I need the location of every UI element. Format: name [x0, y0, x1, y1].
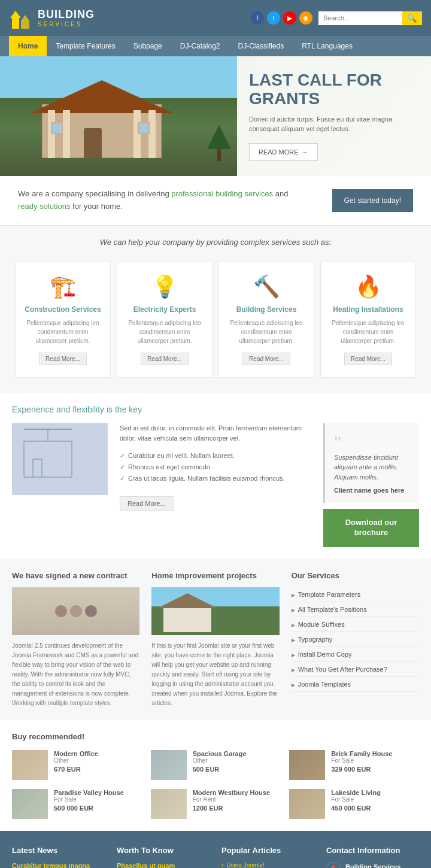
experience-content: Sed in est dolor, in commodo elit. Proin…	[12, 423, 419, 547]
nav-item-subpage[interactable]: Subpage	[125, 36, 171, 56]
social-icons: f t ▶ ◉	[251, 11, 312, 25]
our-service-item-5[interactable]: Install Demo Copy	[292, 647, 419, 662]
footer-sections: Latest News Curabitur tempus magna Nunc …	[0, 831, 431, 868]
our-services-title: Our Services	[292, 571, 419, 580]
buy-section: Buy recommended! Modern Office Other 670…	[0, 720, 431, 831]
rss-icon[interactable]: ◉	[299, 11, 312, 25]
property-card-1: Spacious Garage Other 500 EUR	[151, 750, 281, 780]
news-article-title-0[interactable]: Curabitur tempus magna	[12, 862, 105, 868]
our-services-list: Template Parameters All Template's Posit…	[292, 587, 419, 692]
twitter-icon[interactable]: t	[267, 11, 280, 25]
worth-article-title-0[interactable]: Phasellus ut quam	[117, 862, 210, 868]
header-right: f t ▶ ◉ 🔍	[251, 11, 422, 25]
contracts-image	[12, 587, 139, 635]
main-nav: Home Template Features Subpage DJ-Catalo…	[0, 36, 431, 56]
arrow-right-icon: →	[302, 148, 308, 156]
download-brochure-button[interactable]: Download our brochure	[323, 509, 419, 547]
logo-services: SERVICES	[38, 21, 95, 28]
property-category-1: Other	[193, 757, 247, 764]
logo-icon	[9, 6, 33, 30]
projects-title: Home improvement projects	[151, 571, 279, 580]
property-category-2: For Sale	[331, 757, 392, 764]
service-card-construction: 🏗️ Construction Services Pellentesque ad…	[15, 262, 111, 378]
our-service-item-4[interactable]: Typography	[292, 632, 419, 647]
our-service-item-7[interactable]: Joomla Templates	[292, 677, 419, 692]
nav-item-rtl[interactable]: RTL Languages	[293, 36, 362, 56]
experience-quote-col: " Suspendisse tincidunt aliquam ante a m…	[323, 423, 419, 547]
property-title-2[interactable]: Brick Family House	[331, 750, 392, 757]
property-title-5[interactable]: Lakeside Living	[331, 789, 381, 796]
service-desc-construction: Pellentesque adipiscing leo condimentum …	[25, 318, 101, 345]
intro-link-solutions[interactable]: ready solutions	[18, 202, 70, 211]
property-price-4: 1200 EUR	[193, 805, 270, 812]
footer-popular-articles: Popular Articles Using Joomla! Typograph…	[221, 846, 314, 868]
heating-icon: 🔥	[330, 274, 406, 299]
nav-item-dj-classifieds[interactable]: DJ-Classifieds	[229, 36, 293, 56]
service-desc-heating: Pellentesque adipiscing leo condimentum …	[330, 318, 406, 345]
experience-read-more-button[interactable]: Read More...	[120, 496, 174, 511]
property-title-1[interactable]: Spacious Garage	[193, 750, 247, 757]
our-service-item-6[interactable]: What You Get After Purchase?	[292, 662, 419, 677]
property-price-3: 500 000 EUR	[54, 805, 124, 812]
svg-rect-4	[12, 423, 108, 495]
latest-news-title: Latest News	[12, 846, 105, 855]
service-card-building: 🔨 Building Services Pellentesque adipisc…	[218, 262, 314, 378]
nav-item-dj-catalog[interactable]: DJ-Catalog2	[171, 36, 229, 56]
projects-col: Home improvement projects If this is you…	[151, 571, 279, 708]
property-title-3[interactable]: Paradise Valley House	[54, 789, 124, 796]
footer-worth-know: Worth To Know Phasellus ut quam Nunc vel…	[117, 846, 210, 868]
banner-read-more-button[interactable]: READ MORE →	[249, 143, 318, 161]
projects-desc: If this is your first Joomla! site or yo…	[151, 641, 279, 708]
property-price-1: 500 EUR	[193, 766, 247, 773]
electricity-icon: 💡	[126, 274, 203, 299]
search-input[interactable]	[318, 11, 402, 25]
facebook-icon[interactable]: f	[251, 11, 264, 25]
property-card-5: Lakeside Living For Sale 450 000 EUR	[289, 789, 419, 819]
property-image-4	[151, 789, 187, 819]
logo-building: BUILDING	[38, 8, 95, 21]
nav-item-template-features[interactable]: Template Features	[47, 36, 124, 56]
our-service-item-1[interactable]: Template Parameters	[292, 587, 419, 602]
our-service-item-3[interactable]: Module Suffixes	[292, 617, 419, 632]
search-button[interactable]: 🔍	[402, 11, 422, 25]
footer-contact: Contact Information 📍 Building Services …	[326, 846, 419, 868]
projects-image	[151, 587, 279, 635]
property-title-4[interactable]: Modern Westbury House	[193, 789, 270, 796]
banner-description: Donec id auctor turpis. Fusce eu dui vit…	[249, 114, 419, 134]
service-readmore-electricity[interactable]: Read More...	[141, 353, 189, 365]
youtube-icon[interactable]: ▶	[283, 11, 296, 25]
property-category-4: For Rent	[193, 796, 270, 803]
header: BUILDING SERVICES f t ▶ ◉ 🔍	[0, 0, 431, 36]
property-image-5	[289, 789, 325, 819]
property-price-0: 670 EUR	[54, 766, 98, 773]
footer-latest-news: Latest News Curabitur tempus magna Nunc …	[12, 846, 105, 868]
experience-text-col: Sed in est dolor, in commodo elit. Proin…	[120, 423, 311, 547]
property-card-0: Modern Office Other 670 EUR	[12, 750, 142, 780]
search-box: 🔍	[318, 11, 422, 25]
property-card-3: Paradise Valley House For Sale 500 000 E…	[12, 789, 142, 819]
intro-link-services[interactable]: professional building services	[171, 189, 273, 198]
service-title-building: Building Services	[228, 305, 305, 314]
property-price-2: 329 000 EUR	[331, 766, 392, 773]
service-title-electricity: Electricity Experts	[126, 305, 203, 314]
experience-list-item-3: Cras ut lacus ligula. Nullam facilisis e…	[120, 473, 311, 484]
service-readmore-heating[interactable]: Read More...	[344, 353, 392, 365]
property-title-0[interactable]: Modern Office	[54, 750, 98, 757]
quote-text: Suspendisse tincidunt aliquam ante a mol…	[334, 453, 410, 482]
our-service-item-2[interactable]: All Template's Positions	[292, 602, 419, 617]
service-card-heating: 🔥 Heating Installations Pellentesque adi…	[320, 262, 416, 378]
contact-address-text: Building Services 23321 City, 21th Stree…	[345, 862, 406, 868]
nav-item-home[interactable]: Home	[9, 36, 47, 56]
property-info-4: Modern Westbury House For Rent 1200 EUR	[193, 789, 270, 812]
contact-company: Building Services	[345, 862, 406, 868]
service-readmore-construction[interactable]: Read More...	[39, 353, 87, 365]
popular-article-0[interactable]: Using Joomla!	[221, 862, 314, 868]
get-started-button[interactable]: Get started today!	[332, 189, 413, 212]
property-info-5: Lakeside Living For Sale 450 000 EUR	[331, 789, 381, 812]
intro-text-after: for your home.	[72, 202, 123, 211]
service-readmore-building[interactable]: Read More...	[242, 353, 290, 365]
property-price-5: 450 000 EUR	[331, 805, 381, 812]
svg-rect-0	[12, 18, 19, 29]
property-info-2: Brick Family House For Sale 329 000 EUR	[331, 750, 392, 773]
property-image-3	[12, 789, 48, 819]
